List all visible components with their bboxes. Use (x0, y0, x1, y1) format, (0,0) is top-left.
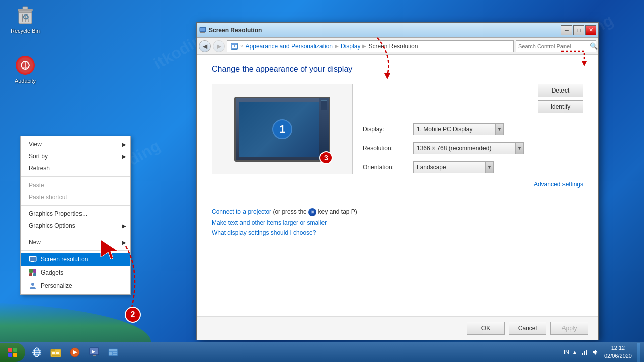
minimize-button[interactable]: ─ (561, 25, 572, 35)
projector-link[interactable]: Connect to a projector (212, 208, 271, 215)
svg-rect-20 (200, 28, 205, 31)
display-dropdown-value: 1. Mobile PC Display (417, 126, 495, 133)
separator-3 (21, 234, 130, 234)
forward-button[interactable]: ▶ (213, 40, 225, 52)
graphics-options-arrow: ▶ (122, 223, 126, 229)
context-menu-refresh[interactable]: Refresh (21, 162, 130, 174)
svg-rect-15 (33, 269, 36, 273)
page-heading: Change the appearance of your display (212, 65, 583, 74)
breadcrumb-appearance[interactable]: Appearance and Personalization (246, 43, 333, 50)
context-menu-graphics-props[interactable]: Graphics Properties... (21, 208, 130, 220)
ok-button[interactable]: OK (467, 322, 505, 335)
svg-rect-51 (91, 356, 98, 356)
close-button[interactable]: ✕ (585, 25, 596, 35)
text-size-link[interactable]: Make text and other items larger or smal… (212, 219, 327, 226)
svg-rect-27 (232, 47, 237, 48)
links-section: Connect to a projector (or press the ⊞ k… (212, 201, 583, 236)
ie-button[interactable] (27, 343, 46, 362)
search-box[interactable]: 🔍 (516, 40, 596, 52)
svg-rect-26 (235, 45, 237, 47)
identify-button[interactable]: Identify (538, 100, 583, 113)
display-dropdown[interactable]: 1. Mobile PC Display ▼ (413, 123, 504, 135)
explorer-button[interactable] (46, 343, 65, 362)
windows-media-button[interactable]: ▶ (85, 343, 104, 362)
screen-resolution-window: Screen Resolution ─ □ ✕ ◀ ▶ » Appearan (196, 22, 599, 340)
svg-text:▶: ▶ (92, 349, 96, 354)
svg-rect-42 (51, 349, 55, 351)
display-label: Display: (363, 126, 413, 133)
network-icon[interactable] (580, 348, 588, 356)
back-button[interactable]: ◀ (199, 40, 211, 52)
action-buttons: Detect Identify (363, 84, 583, 113)
svg-rect-32 (8, 348, 12, 352)
task5-button[interactable] (104, 343, 123, 362)
window-titlebar: Screen Resolution ─ □ ✕ (197, 23, 598, 38)
clock[interactable]: 12:12 02/06/2020 (602, 344, 634, 360)
window-footer: OK Cancel Apply (197, 316, 598, 340)
svg-rect-17 (33, 273, 36, 276)
advanced-settings-container: Advanced settings (363, 180, 583, 188)
detect-button[interactable]: Detect (538, 84, 583, 97)
svg-rect-44 (56, 352, 59, 354)
monitor-container: 1 3 (234, 97, 330, 162)
wm-icon: ▶ (88, 346, 100, 358)
svg-rect-33 (13, 348, 17, 352)
media-player-button[interactable] (65, 343, 85, 362)
search-input[interactable] (518, 43, 588, 49)
monitor-number-1: 1 (272, 119, 292, 139)
volume-icon[interactable] (591, 348, 599, 356)
apply-button[interactable]: Apply (550, 322, 588, 335)
context-menu-paste[interactable]: Paste (21, 179, 130, 191)
monitor-screen: 1 (239, 102, 325, 157)
windows-key-icon: ⊞ (308, 208, 316, 216)
orientation-dropdown[interactable]: Landscape ▼ (413, 161, 494, 173)
svg-rect-45 (52, 355, 60, 356)
svg-rect-59 (584, 351, 585, 355)
ie-icon (31, 346, 43, 358)
audacity-icon[interactable]: Audacity (5, 55, 45, 84)
audacity-label: Audacity (15, 77, 36, 84)
projector-link-end: key and tap P) (318, 208, 357, 215)
context-menu-gadgets[interactable]: Gadgets (21, 266, 130, 279)
svg-text:♻: ♻ (22, 13, 29, 21)
desktop: itkoding itkoding itkoding itkoding itko… (0, 0, 644, 362)
svg-marker-61 (593, 350, 596, 355)
monitor-section: 1 3 (212, 84, 353, 196)
breadcrumb-separator-1: » (240, 43, 244, 49)
cancel-button[interactable]: Cancel (509, 322, 546, 335)
context-menu-screen-resolution-label: Screen resolution (41, 256, 88, 263)
link-row-1: Connect to a projector (or press the ⊞ k… (212, 208, 583, 216)
display-settings-link[interactable]: What display settings should I choose? (212, 229, 316, 236)
breadcrumb-separator-2: ▶ (335, 43, 339, 49)
expand-tray-icon[interactable]: ▲ (572, 349, 577, 355)
context-menu-graphics-options[interactable]: Graphics Options ▶ (21, 220, 130, 232)
start-button[interactable] (0, 343, 25, 362)
svg-rect-13 (30, 262, 35, 262)
link-row-2: Make text and other items larger or smal… (212, 219, 583, 226)
context-menu-view[interactable]: View ▶ (21, 138, 130, 150)
svg-point-18 (31, 283, 34, 286)
context-menu-personalize[interactable]: Personalize (21, 279, 130, 292)
window-title-icon (199, 26, 207, 34)
show-desktop-button[interactable] (637, 343, 640, 362)
maximize-button[interactable]: □ (573, 25, 584, 35)
search-icon[interactable]: 🔍 (590, 42, 598, 50)
resolution-dropdown[interactable]: 1366 × 768 (recommended) ▼ (413, 142, 524, 154)
monitor-sidebar-item (321, 100, 327, 110)
resolution-dropdown-arrow: ▼ (515, 143, 523, 154)
svg-rect-25 (232, 45, 234, 47)
context-menu-new[interactable]: New ▶ (21, 236, 130, 248)
svg-rect-58 (582, 353, 583, 355)
context-menu-paste-shortcut[interactable]: Paste shortcut (21, 191, 130, 203)
breadcrumb-display[interactable]: Display (341, 43, 360, 50)
recycle-bin-icon[interactable]: ♻ Recycle Bin (5, 5, 45, 34)
context-menu-sort-by[interactable]: Sort by ▶ (21, 150, 130, 162)
badge-2: 2 (125, 307, 141, 323)
context-menu: View ▶ Sort by ▶ Refresh Paste Paste sho… (20, 136, 131, 295)
context-menu-screen-resolution[interactable]: Screen resolution (21, 253, 130, 266)
sort-arrow: ▶ (122, 154, 126, 159)
orientation-control: Landscape ▼ (413, 161, 583, 173)
advanced-settings-link[interactable]: Advanced settings (534, 180, 583, 188)
context-menu-refresh-label: Refresh (29, 165, 50, 172)
view-arrow: ▶ (122, 142, 126, 147)
